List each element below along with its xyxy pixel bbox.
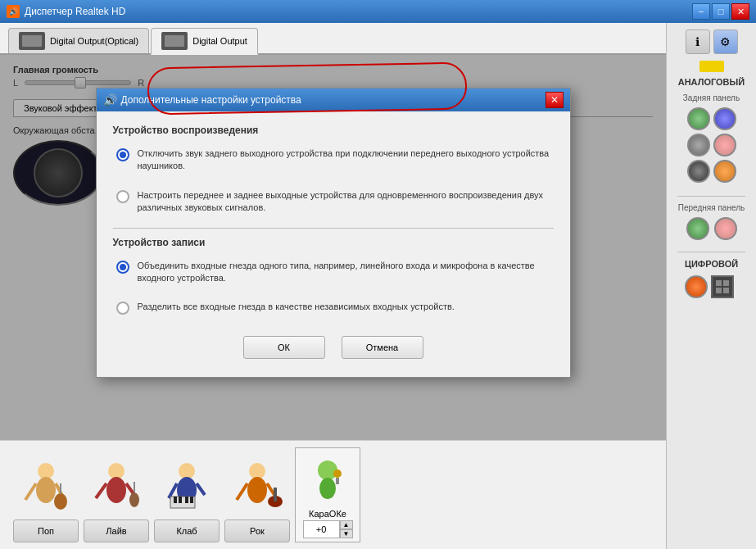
tab-icon-optical xyxy=(19,32,45,50)
karaoke-svg xyxy=(303,456,352,505)
karaoke-box: КараОКе +0 ▲ ▼ xyxy=(295,447,360,542)
svg-point-10 xyxy=(129,492,139,507)
connector-gray-1[interactable] xyxy=(687,134,710,157)
record-option-2[interactable]: Разделить все входные гнезда в качестве … xyxy=(113,297,554,318)
svg-rect-18 xyxy=(179,497,182,503)
counter-up-button[interactable]: ▲ xyxy=(340,520,353,529)
svg-point-1 xyxy=(36,477,56,503)
main-container: Digital Output(Optical) Digital Output Г… xyxy=(0,23,756,549)
live-svg xyxy=(84,459,149,516)
svg-rect-26 xyxy=(274,488,277,501)
radio-btn-2[interactable] xyxy=(116,190,129,203)
figure-live xyxy=(84,459,149,516)
svg-rect-19 xyxy=(185,497,188,503)
svg-line-2 xyxy=(25,483,36,500)
maximize-button[interactable]: □ xyxy=(712,3,730,20)
svg-line-8 xyxy=(96,483,106,498)
connector-black-1[interactable] xyxy=(687,160,710,183)
pop-svg xyxy=(13,459,79,516)
karaoke-label: КараОКе xyxy=(309,509,346,519)
right-panel: ℹ ⚙ АНАЛОГОВЫЙ Задняя панель Передняя па… xyxy=(666,23,756,549)
dialog-close-button[interactable]: ✕ xyxy=(545,92,564,108)
record-option-1-text: Объединить входные гнезда одного типа, н… xyxy=(138,260,550,285)
yellow-indicator xyxy=(699,61,724,72)
minimize-button[interactable]: − xyxy=(692,3,710,20)
rock-button[interactable]: Рок xyxy=(224,520,290,542)
back-panel-label: Задняя панель xyxy=(683,93,740,102)
svg-rect-17 xyxy=(174,497,177,503)
karaoke-icon xyxy=(299,451,356,509)
record-option-2-text: Разделить все входные гнезда в качестве … xyxy=(138,301,455,313)
karaoke-counter: +0 ▲ ▼ xyxy=(303,520,353,538)
record-section-title: Устройство записи xyxy=(113,237,554,248)
karaoke-value: +0 xyxy=(303,520,340,538)
svg-line-15 xyxy=(197,483,205,495)
radio-btn-1[interactable] xyxy=(116,148,129,161)
modal-overlay: 🔊 Дополнительные настройки устройства ✕ … xyxy=(0,55,666,440)
analog-title: АНАЛОГОВЫЙ xyxy=(678,77,745,87)
rock-svg xyxy=(224,459,290,516)
tab-icon-digital xyxy=(161,32,188,50)
front-connector-pink[interactable] xyxy=(714,217,737,240)
counter-down-button[interactable]: ▼ xyxy=(340,529,353,538)
svg-point-27 xyxy=(318,461,337,480)
figure-pop xyxy=(13,459,79,516)
sq-cell-2 xyxy=(723,280,729,286)
tabs-row: Digital Output(Optical) Digital Output xyxy=(0,23,666,55)
effects-row: Поп Лайв xyxy=(0,440,666,549)
sq-cell-3 xyxy=(716,288,722,293)
svg-rect-30 xyxy=(336,478,339,484)
app-title: Диспетчер Realtek HD xyxy=(25,6,125,17)
ok-button[interactable]: ОК xyxy=(243,336,325,359)
title-bar: 🔊 Диспетчер Realtek HD − □ ✕ xyxy=(0,0,756,23)
club-svg xyxy=(154,459,220,516)
front-connector-green[interactable] xyxy=(686,217,709,240)
info-button[interactable]: ℹ xyxy=(686,29,710,54)
front-panel-label: Передняя панель xyxy=(678,203,745,212)
dialog-separator xyxy=(113,228,554,229)
effect-rock: Рок xyxy=(224,459,290,542)
radio-btn-3[interactable] xyxy=(116,261,129,274)
dialog-buttons: ОК Отмена xyxy=(113,328,554,364)
playback-option-2[interactable]: Настроить переднее и заднее выходные уст… xyxy=(113,186,554,218)
digital-connector-orange[interactable] xyxy=(685,275,708,298)
record-option-1[interactable]: Объединить входные гнезда одного типа, н… xyxy=(113,256,554,288)
svg-point-4 xyxy=(54,493,67,510)
svg-rect-20 xyxy=(190,497,193,503)
playback-option-2-text: Настроить переднее и заднее выходные уст… xyxy=(138,189,550,215)
panel-top-buttons: ℹ ⚙ xyxy=(686,29,738,54)
dialog-title: Дополнительные настройки устройства xyxy=(121,94,301,106)
digital-connector-square[interactable] xyxy=(711,275,734,298)
dialog-speaker-icon: 🔊 xyxy=(103,93,116,107)
club-button[interactable]: Клаб xyxy=(154,520,220,542)
svg-point-28 xyxy=(319,478,336,499)
svg-point-7 xyxy=(106,477,126,503)
playback-option-1[interactable]: Отключить звук заднего выходного устройс… xyxy=(113,144,554,176)
figure-rock xyxy=(224,459,290,516)
settings-dialog: 🔊 Дополнительные настройки устройства ✕ … xyxy=(96,88,571,378)
panel-divider xyxy=(677,196,746,197)
connector-green-1[interactable] xyxy=(687,107,710,130)
connector-pink-1[interactable] xyxy=(713,134,736,157)
connector-blue-1[interactable] xyxy=(713,107,736,130)
window-controls: − □ ✕ xyxy=(692,3,749,20)
cancel-button[interactable]: Отмена xyxy=(342,336,423,359)
left-panel: Digital Output(Optical) Digital Output Г… xyxy=(0,23,666,549)
content-area: Главная громкость L R Звуковой эффект Ст… xyxy=(0,55,666,440)
pop-button[interactable]: Поп xyxy=(13,520,79,542)
dialog-title-bar: 🔊 Дополнительные настройки устройства ✕ xyxy=(97,88,570,111)
panel-divider-2 xyxy=(677,252,746,252)
radio-btn-4[interactable] xyxy=(116,302,129,315)
tab-label-optical: Digital Output(Optical) xyxy=(50,36,138,46)
live-button[interactable]: Лайв xyxy=(84,520,149,542)
svg-point-29 xyxy=(333,470,342,478)
gear-button[interactable]: ⚙ xyxy=(713,29,738,54)
figure-club xyxy=(154,459,220,516)
effect-pop: Поп xyxy=(13,459,79,542)
close-button[interactable]: ✕ xyxy=(731,3,749,20)
effect-club: Клаб xyxy=(154,459,220,542)
tab-digital-output[interactable]: Digital Output xyxy=(151,28,258,55)
digital-section: ЦИФРОВОЙ xyxy=(685,259,738,298)
tab-digital-output-optical[interactable]: Digital Output(Optical) xyxy=(8,28,149,53)
connector-orange-1[interactable] xyxy=(713,160,736,183)
